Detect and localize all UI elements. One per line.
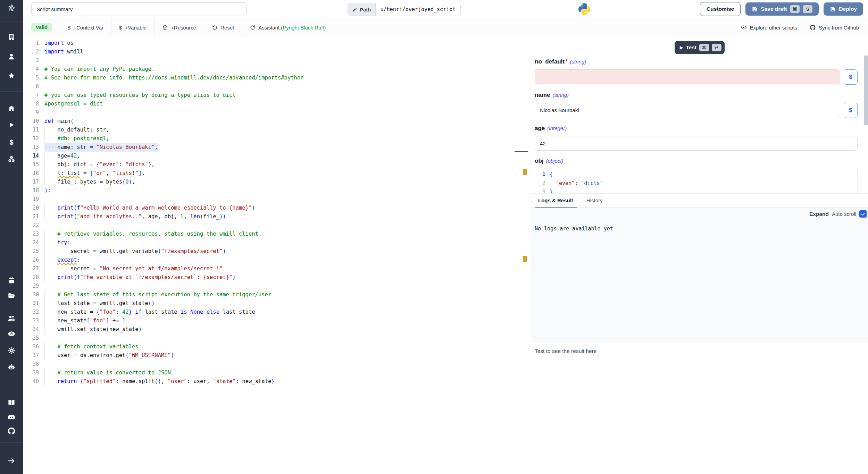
toolbar-right: Explore other scripts Sync from Github xyxy=(741,18,868,37)
star-icon[interactable] xyxy=(7,71,16,80)
test-button[interactable]: ▶ Test ⌘ ↵ xyxy=(675,41,725,54)
code-line-15: 15 obj: dict = {"even": "dicts"}, xyxy=(23,160,531,169)
robot-icon[interactable] xyxy=(7,363,16,372)
add-resource-button[interactable]: +Resource xyxy=(154,18,204,37)
add-variable-button[interactable]: $+Variable xyxy=(111,18,154,37)
code-line-5: 5# See here for more info: https://docs.… xyxy=(23,74,531,82)
code-line-6: 6 xyxy=(23,82,531,91)
code-line-36: 36 # fetch context variables xyxy=(23,342,531,351)
insert-variable-button[interactable]: $ xyxy=(844,69,858,85)
code-line-27: 27 secret = "No secret yet at f/examples… xyxy=(23,264,531,273)
dollar-icon: $ xyxy=(119,25,122,31)
kbd-cmd: ⌘ xyxy=(790,5,800,13)
panel-scrollbar[interactable] xyxy=(864,56,868,125)
save-draft-button[interactable]: Save draft ⌘ S xyxy=(745,2,819,16)
play-icon[interactable] xyxy=(7,120,16,129)
sidebar-divider xyxy=(0,22,23,22)
code-line-1: 1import os xyxy=(23,39,531,48)
save-icon xyxy=(752,6,758,12)
code-line-12: 12 #db: postgresql, xyxy=(23,134,531,143)
cube-icon xyxy=(162,25,168,31)
overview-cursor-mark xyxy=(515,151,528,152)
output-tabs: Logs & Result History xyxy=(531,193,868,208)
eye-icon xyxy=(741,24,747,31)
explore-other-scripts-link[interactable]: Explore other scripts xyxy=(741,24,797,31)
customise-button[interactable]: Customise xyxy=(700,2,741,16)
assistant-linters: Pyright Black Ruff xyxy=(283,25,324,31)
header-actions: Customise Save draft ⌘ S Deploy xyxy=(700,2,863,16)
code-line-18: 18): xyxy=(23,186,531,195)
person-icon[interactable] xyxy=(7,52,16,61)
code-line-9: 9 xyxy=(23,108,531,117)
script-summary-input[interactable] xyxy=(31,2,247,16)
code-line-26: 26 except: xyxy=(23,256,531,264)
obj-line-1: 1{ xyxy=(535,170,857,179)
add-context-var-button[interactable]: $+Context Var xyxy=(60,18,111,37)
obj-json-editor[interactable]: 1{2 "even": "dicts"3} xyxy=(535,169,858,196)
kbd-s: S xyxy=(803,5,812,13)
dollar-icon: $ xyxy=(68,25,70,31)
gear-icon[interactable] xyxy=(7,346,16,355)
obj-line-2: 2 "even": "dicts" xyxy=(535,179,857,188)
code-line-28: 28 print(f"The variable at `f/examples/s… xyxy=(23,273,531,282)
tab-history[interactable]: History xyxy=(583,194,606,207)
code-line-4: 4# You can import any PyPi package. xyxy=(23,65,531,74)
code-editor[interactable]: 1import os2import wmill34# You can impor… xyxy=(23,37,531,474)
user-group-gear-icon[interactable] xyxy=(7,314,16,323)
header: Path u/henri/overjoyed_script Customise … xyxy=(23,0,868,18)
code-line-35: 35 xyxy=(23,334,531,342)
code-line-31: 31 last_state = wmill.get_state() xyxy=(23,299,531,308)
script-args-form: no_default* (string) $ name (string) $ a… xyxy=(535,58,858,196)
reset-button[interactable]: Reset xyxy=(204,18,242,37)
kbd-enter: ↵ xyxy=(712,44,721,51)
name-input[interactable] xyxy=(535,103,840,117)
sidebar-divider xyxy=(0,91,23,92)
field-label-name: name (string) xyxy=(535,92,858,100)
code-line-21: 21 print("and its acolytes..", age, obj,… xyxy=(23,212,531,221)
arrow-right-expand-icon[interactable] xyxy=(7,456,16,465)
cubes-resources-icon[interactable] xyxy=(7,154,16,163)
play-icon: ▶ xyxy=(680,45,683,50)
discord-icon[interactable] xyxy=(7,413,16,422)
tab-logs-result[interactable]: Logs & Result xyxy=(535,194,577,207)
code-line-33: 33 new_state["foo"] += 1 xyxy=(23,316,531,325)
path-badge[interactable]: Path u/henri/overjoyed_script xyxy=(348,3,461,16)
autoscroll-label: Auto scroll xyxy=(832,211,856,217)
warning-mark-line26 xyxy=(523,256,527,262)
calendar-icon[interactable] xyxy=(7,276,16,285)
sidebar-divider xyxy=(0,442,23,443)
home-icon[interactable] xyxy=(7,104,16,113)
code-line-22: 22 xyxy=(23,221,531,230)
windmill-logo[interactable] xyxy=(7,3,16,12)
field-label-no-default: no_default* (string) xyxy=(535,58,858,67)
building-icon[interactable] xyxy=(7,33,16,42)
assistant-toggle[interactable]: Assistant (Pyright Black Ruff) xyxy=(242,18,333,37)
sidebar: $ xyxy=(0,0,23,474)
sync-from-github-link[interactable]: Sync from Github xyxy=(810,24,859,31)
code-line-3: 3 xyxy=(23,56,531,65)
code-line-19: 19 xyxy=(23,195,531,204)
right-panel: ▶ Test ⌘ ↵ no_default* (string) $ name (… xyxy=(531,37,868,474)
code-line-25: 25 secret = wmill.get_variable("f/exampl… xyxy=(23,247,531,256)
logs-area: Expand Auto scroll No logs are available… xyxy=(531,208,868,343)
path-label: Path xyxy=(348,3,376,16)
folder-open-icon[interactable] xyxy=(7,291,16,300)
code-lines: 1import os2import wmill34# You can impor… xyxy=(23,39,531,386)
insert-variable-button[interactable]: $ xyxy=(844,103,858,118)
code-line-17: 17 file_: bytes = bytes(0), xyxy=(23,178,531,186)
expand-button[interactable]: Expand xyxy=(809,211,829,217)
eye-clock-runs-icon[interactable] xyxy=(7,329,16,338)
field-label-age: age (integer) xyxy=(535,125,858,133)
age-input[interactable] xyxy=(535,136,858,151)
code-line-39: 39 # return value is converted to JSON xyxy=(23,369,531,377)
autoscroll-checkbox[interactable] xyxy=(859,210,867,218)
no-logs-message: No logs are available yet xyxy=(535,226,613,232)
result-placeholder: Test to see the result here xyxy=(531,343,868,354)
code-line-16: 16 l: list = ["or", "lists!"], xyxy=(23,169,531,178)
github-icon[interactable] xyxy=(7,426,16,435)
code-line-10: 10def main( xyxy=(23,117,531,126)
dollar-variables-icon[interactable]: $ xyxy=(7,138,16,147)
book-open-docs-icon[interactable] xyxy=(7,398,16,407)
deploy-button[interactable]: Deploy xyxy=(824,2,863,16)
no-default-input[interactable] xyxy=(535,69,840,84)
